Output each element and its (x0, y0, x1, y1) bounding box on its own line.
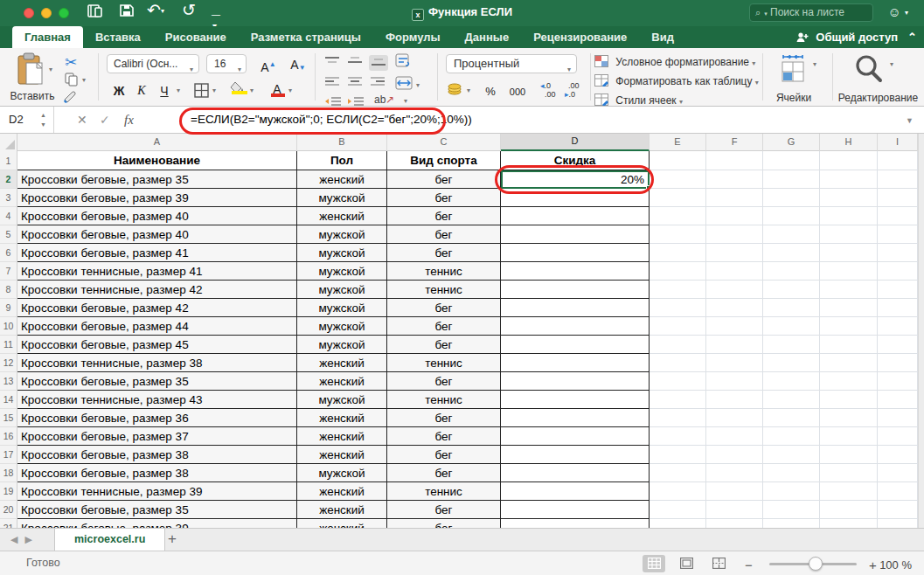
cell-A7[interactable]: Кроссовки теннисные, размер 41 (17, 262, 297, 281)
column-header-B[interactable]: B (297, 134, 387, 151)
cell-B12[interactable]: женский (297, 354, 387, 372)
fill-color-icon[interactable] (229, 81, 248, 96)
cell-H11[interactable] (820, 336, 878, 354)
cell-B19[interactable]: женский (297, 482, 387, 501)
normal-view-button[interactable] (643, 555, 665, 572)
cell-F18[interactable] (706, 464, 763, 482)
row-header-20[interactable]: 20 (0, 501, 17, 519)
cell-C16[interactable]: бег (387, 427, 501, 446)
cell-A3[interactable]: Кроссовки беговые, размер 39 (17, 189, 297, 207)
ribbon-tab-2[interactable]: Вставка (83, 26, 153, 48)
cell-H3[interactable] (820, 189, 878, 207)
prev-sheet-icon[interactable]: ◀ (10, 534, 24, 544)
underline-dropdown-icon[interactable]: ▾ (177, 87, 180, 94)
cells-icon[interactable] (778, 55, 808, 86)
expand-formula-bar-icon[interactable]: ▼ (906, 116, 914, 125)
font-color-icon[interactable]: А (267, 80, 287, 100)
cell-I11[interactable] (878, 336, 918, 354)
page-layout-view-button[interactable] (675, 555, 698, 572)
cell-E5[interactable] (650, 225, 706, 244)
cell-E16[interactable] (650, 427, 706, 446)
cell-D7[interactable] (501, 262, 650, 281)
cell-B1[interactable]: Пол (297, 151, 387, 170)
cell-H10[interactable] (820, 317, 878, 336)
cell-E15[interactable] (650, 409, 706, 427)
cell-F16[interactable] (706, 427, 763, 446)
cell-C13[interactable]: бег (387, 372, 501, 391)
row-header-3[interactable]: 3 (0, 189, 17, 207)
cell-C2[interactable]: бег (387, 170, 501, 189)
cell-E8[interactable] (650, 281, 706, 299)
cell-E18[interactable] (650, 464, 706, 482)
cell-F19[interactable] (706, 482, 763, 501)
cell-E17[interactable] (650, 446, 706, 464)
cell-D20[interactable] (501, 501, 650, 519)
column-header-A[interactable]: A (17, 134, 297, 151)
cell-A1[interactable]: Наименование (17, 151, 297, 170)
cell-H5[interactable] (820, 225, 878, 244)
borders-dropdown-icon[interactable]: ▾ (212, 87, 216, 94)
ribbon-tab-5[interactable]: Формулы (373, 26, 453, 48)
cell-A15[interactable]: Кроссовки беговые, размер 36 (17, 409, 297, 427)
feedback-smiley-icon[interactable]: ☺ ▾ (888, 4, 909, 19)
cell-G6[interactable] (763, 244, 820, 262)
cell-F7[interactable] (706, 262, 763, 281)
format-painter-icon[interactable] (63, 90, 80, 106)
row-header-18[interactable]: 18 (0, 464, 17, 482)
cell-C18[interactable]: бег (387, 464, 501, 482)
fill-color-dropdown-icon[interactable]: ▾ (250, 87, 254, 94)
cell-C1[interactable]: Вид спорта (387, 151, 501, 170)
cell-G18[interactable] (763, 464, 820, 482)
column-header-C[interactable]: C (387, 134, 501, 151)
cell-A20[interactable]: Кроссовки беговые, размер 35 (17, 501, 297, 519)
cell-A11[interactable]: Кроссовки беговые, размер 45 (17, 336, 297, 354)
cell-F10[interactable] (706, 317, 763, 336)
cell-A9[interactable]: Кроссовки беговые, размер 42 (17, 299, 297, 317)
cell-F8[interactable] (706, 281, 763, 299)
cell-A5[interactable]: Кроссовки беговые, размер 40 (17, 225, 297, 244)
cell-G3[interactable] (763, 189, 820, 207)
cell-C14[interactable]: теннис (387, 391, 501, 409)
ribbon-tab-6[interactable]: Данные (453, 26, 522, 48)
cell-A4[interactable]: Кроссовки беговые, размер 40 (17, 207, 297, 225)
cell-F2[interactable] (706, 170, 763, 189)
row-header-4[interactable]: 4 (0, 207, 17, 225)
sheet-search-input[interactable]: ⌕▾ Поиск на листе (749, 3, 873, 22)
cell-C3[interactable]: бег (387, 189, 501, 207)
cell-F4[interactable] (706, 207, 763, 225)
cell-F14[interactable] (706, 391, 763, 409)
cell-H20[interactable] (820, 501, 878, 519)
cell-D15[interactable] (501, 409, 650, 427)
underline-button[interactable]: Ч (154, 80, 175, 100)
copy-dropdown-icon[interactable]: ▾ (82, 76, 86, 84)
editing-icon[interactable] (853, 53, 885, 87)
cell-A17[interactable]: Кроссовки беговые, размер 38 (17, 446, 297, 464)
row-header-19[interactable]: 19 (0, 482, 17, 501)
cell-D18[interactable] (501, 464, 650, 482)
cell-A6[interactable]: Кроссовки беговые, размер 41 (17, 244, 297, 262)
increase-decimal-icon[interactable]: ◂.0.00 (540, 81, 556, 99)
cell-C17[interactable]: бег (387, 446, 501, 464)
cell-F17[interactable] (706, 446, 763, 464)
cell-B20[interactable]: женский (297, 501, 387, 519)
cell-G19[interactable] (763, 482, 820, 501)
ribbon-tab-4[interactable]: Разметка страницы (239, 26, 373, 48)
cell-B7[interactable]: мужской (297, 262, 387, 281)
cell-H9[interactable] (820, 299, 878, 317)
cell-I18[interactable] (878, 464, 918, 482)
ribbon-tab-3[interactable]: Рисование (153, 26, 239, 48)
row-header-11[interactable]: 11 (0, 336, 17, 354)
cell-E14[interactable] (650, 391, 706, 409)
cell-I15[interactable] (878, 409, 918, 427)
wrap-text-icon[interactable] (395, 53, 413, 72)
cell-B9[interactable]: мужской (297, 299, 387, 317)
cell-D17[interactable] (501, 446, 650, 464)
cell-I4[interactable] (878, 207, 918, 225)
cell-I13[interactable] (878, 372, 918, 391)
cell-C5[interactable]: бег (387, 225, 501, 244)
orientation-dropdown-icon[interactable]: ▾ (404, 97, 407, 105)
cell-F20[interactable] (706, 501, 763, 519)
cell-C12[interactable]: теннис (387, 354, 501, 372)
cell-E20[interactable] (650, 501, 706, 519)
cell-D8[interactable] (501, 281, 650, 299)
